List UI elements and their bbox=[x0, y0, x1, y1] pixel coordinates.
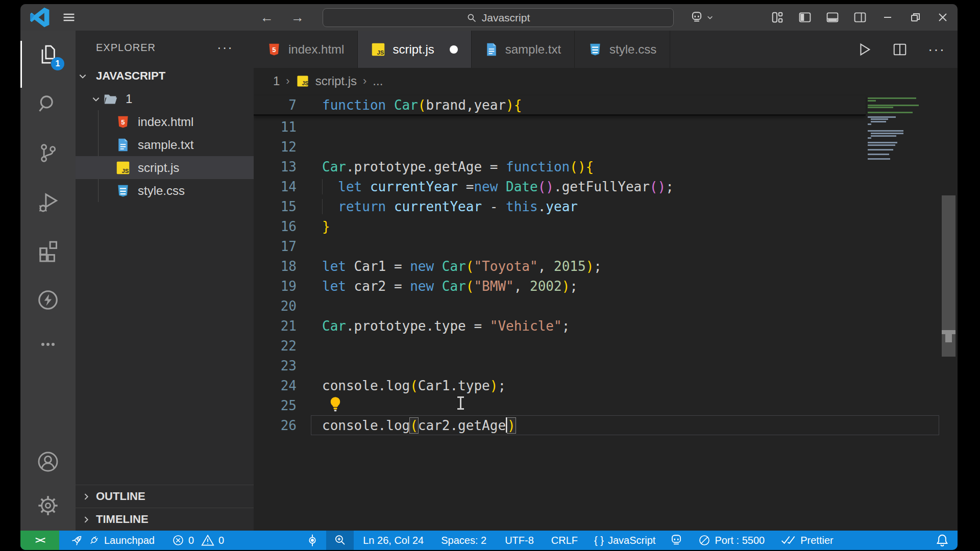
notifications-button[interactable] bbox=[936, 534, 948, 547]
code-line-20[interactable]: 20 bbox=[254, 296, 866, 316]
toggle-primary-sidebar-icon[interactable] bbox=[798, 11, 812, 24]
code-line-17[interactable]: 17 bbox=[254, 236, 866, 256]
code-line-18[interactable]: 18let Car1 = new Car("Toyota", 2015); bbox=[254, 256, 866, 276]
breadcrumb-file[interactable]: script.js bbox=[315, 74, 357, 88]
code-line-12[interactable]: 12 bbox=[254, 137, 866, 157]
code-line-24[interactable]: 24console.log(Car1.type); bbox=[254, 375, 866, 395]
code-editor[interactable]: 7function Car(brand,year){111213Car.prot… bbox=[254, 94, 958, 531]
sidebar-item-search[interactable] bbox=[20, 80, 76, 129]
copilot-menu[interactable] bbox=[690, 4, 714, 31]
remote-indicator[interactable]: >< bbox=[20, 531, 59, 550]
lightbulb-icon[interactable] bbox=[328, 396, 342, 412]
line-content: Car.prototype.type = "Vehicle"; bbox=[311, 318, 570, 334]
outline-label: OUTLINE bbox=[96, 490, 145, 503]
eol-button[interactable]: CRLF bbox=[551, 535, 578, 546]
file-row-index.html[interactable]: 5index.html bbox=[76, 110, 254, 133]
toggle-panel-icon[interactable] bbox=[826, 11, 839, 24]
tab-sample.txt[interactable]: sample.txt bbox=[472, 31, 575, 68]
cursor-position-button[interactable]: Ln 26, Col 24 bbox=[363, 535, 424, 546]
sidebar-item-source-control[interactable] bbox=[20, 129, 76, 178]
toggle-secondary-sidebar-icon[interactable] bbox=[853, 11, 867, 24]
rocket-icon bbox=[70, 534, 84, 547]
timeline-section[interactable]: TIMELINE bbox=[76, 508, 254, 531]
sidebar-item-run-debug[interactable] bbox=[20, 178, 76, 227]
sidebar-item-extensions[interactable] bbox=[20, 227, 76, 276]
code-line-7[interactable]: 7function Car(brand,year){ bbox=[254, 96, 866, 116]
line-content: console.log(car2.getAge) bbox=[311, 417, 516, 433]
screencast-target-button[interactable] bbox=[306, 534, 319, 547]
code-line-23[interactable]: 23 bbox=[254, 356, 866, 375]
explorer-more-actions-button[interactable]: ··· bbox=[217, 40, 233, 56]
code-line-19[interactable]: 19let car2 = new Car("BMW", 2002); bbox=[254, 276, 866, 296]
minimap-line bbox=[868, 109, 940, 111]
account-icon bbox=[36, 450, 60, 473]
lightning-circle-icon bbox=[36, 288, 60, 312]
minimap-line bbox=[871, 133, 903, 134]
code-line-14[interactable]: 14 let currentYear =new Date().getFullYe… bbox=[254, 177, 866, 196]
more-views-button[interactable] bbox=[20, 324, 76, 364]
code-line-16[interactable]: 16} bbox=[254, 216, 866, 236]
code-line-21[interactable]: 21Car.prototype.type = "Vehicle"; bbox=[254, 316, 866, 336]
restore-button[interactable] bbox=[909, 11, 922, 24]
code-lines: 7function Car(brand,year){111213Car.prot… bbox=[254, 96, 866, 435]
outline-section[interactable]: OUTLINE bbox=[76, 485, 254, 508]
copilot-status-button[interactable] bbox=[670, 534, 683, 547]
warning-icon bbox=[201, 534, 214, 546]
customize-layout-icon[interactable] bbox=[771, 11, 784, 24]
bell-icon bbox=[936, 534, 948, 547]
code-line-13[interactable]: 13Car.prototype.getAge = function(){ bbox=[254, 157, 866, 177]
workspace-section-javascript[interactable]: JAVASCRIPT bbox=[76, 64, 254, 87]
file-name: sample.txt bbox=[138, 138, 193, 152]
svg-text:5: 5 bbox=[121, 118, 125, 126]
tab-index.html[interactable]: 5index.html bbox=[254, 31, 358, 68]
line-content: } bbox=[311, 219, 330, 234]
editor-group: 5index.htmlJSscript.jssample.txtstyle.cs… bbox=[254, 31, 958, 531]
line-number: 16 bbox=[254, 219, 311, 234]
file-row-sample.txt[interactable]: sample.txt bbox=[76, 133, 254, 156]
gear-icon bbox=[36, 494, 60, 517]
launchpad-button[interactable]: Launchpad bbox=[70, 534, 155, 547]
nav-back-button[interactable]: ← bbox=[260, 10, 274, 26]
code-line-15[interactable]: 15 return currentYear - this.year bbox=[254, 196, 866, 216]
breadcrumb-folder[interactable]: 1 bbox=[273, 74, 280, 88]
run-button[interactable] bbox=[856, 42, 872, 57]
braces-icon: { } bbox=[594, 535, 604, 546]
minimize-button[interactable] bbox=[881, 11, 894, 24]
file-row-style.css[interactable]: style.css bbox=[76, 179, 254, 202]
account-button[interactable] bbox=[20, 440, 76, 484]
breadcrumb-symbol[interactable]: ... bbox=[373, 74, 383, 88]
tab-style.css[interactable]: style.css bbox=[575, 31, 670, 68]
minimap-line bbox=[868, 128, 940, 130]
problems-button[interactable]: 0 0 bbox=[172, 534, 224, 546]
line-number: 7 bbox=[254, 97, 311, 113]
indentation-button[interactable]: Spaces: 2 bbox=[441, 535, 486, 546]
code-line-26[interactable]: 26console.log(car2.getAge) bbox=[254, 415, 866, 435]
editor-more-actions-button[interactable]: ··· bbox=[928, 41, 945, 58]
close-button[interactable] bbox=[936, 11, 949, 24]
sidebar-item-live-server[interactable] bbox=[20, 276, 76, 324]
folder-row-1[interactable]: 1 bbox=[76, 87, 254, 110]
dirty-indicator[interactable] bbox=[450, 45, 458, 54]
formatter-button[interactable]: Prettier bbox=[781, 535, 833, 546]
file-row-script.js[interactable]: JSscript.js bbox=[76, 156, 254, 179]
minimap[interactable] bbox=[868, 97, 940, 161]
minimap-line bbox=[868, 130, 903, 132]
code-line-22[interactable]: 22 bbox=[254, 336, 866, 356]
encoding-button[interactable]: UTF-8 bbox=[505, 535, 534, 546]
live-server-port-button[interactable]: Port : 5500 bbox=[698, 534, 765, 546]
language-label: JavaScript bbox=[608, 535, 655, 546]
code-line-11[interactable]: 11 bbox=[254, 117, 866, 137]
minimap-line bbox=[868, 149, 893, 151]
code-line-25[interactable]: 25 bbox=[254, 395, 866, 415]
nav-forward-button[interactable]: → bbox=[291, 10, 304, 26]
sidebar-item-explorer[interactable]: 1 bbox=[20, 31, 76, 80]
language-mode-button[interactable]: { } JavaScript bbox=[594, 535, 655, 546]
zoom-indicator-button[interactable] bbox=[326, 531, 354, 550]
tab-script.js[interactable]: JSscript.js bbox=[358, 31, 471, 68]
command-center-search[interactable]: Javascript bbox=[323, 8, 674, 27]
settings-button[interactable] bbox=[20, 484, 76, 528]
split-editor-button[interactable] bbox=[892, 42, 908, 57]
error-icon bbox=[172, 534, 184, 546]
menu-hamburger-icon[interactable] bbox=[62, 11, 76, 24]
tab-label: script.js bbox=[393, 42, 434, 57]
